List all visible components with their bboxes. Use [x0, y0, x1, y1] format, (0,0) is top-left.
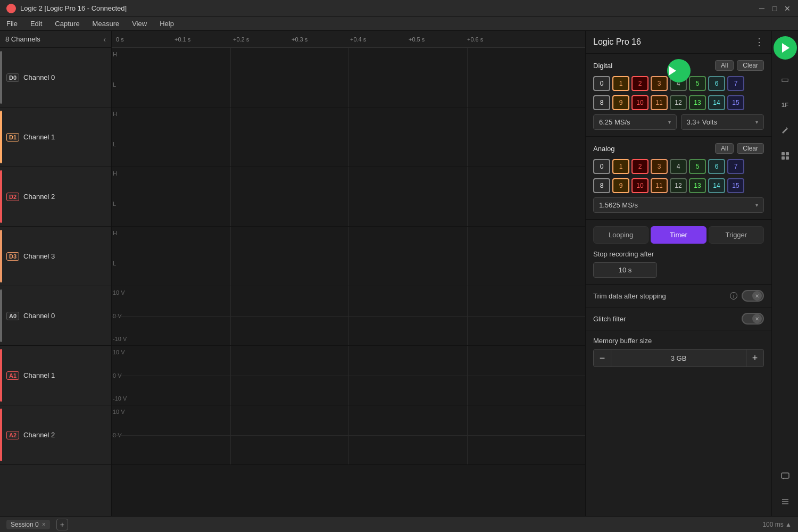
channel-name-d2: Channel 2: [23, 193, 55, 201]
svg-rect-3: [786, 156, 789, 160]
analog-clear-button[interactable]: Clear: [737, 143, 764, 154]
session-tab[interactable]: Session 0 ×: [6, 520, 50, 529]
channel-num-7[interactable]: 7: [727, 159, 744, 174]
channel-num-13[interactable]: 13: [689, 95, 706, 110]
channel-num-1[interactable]: 1: [612, 76, 629, 91]
channel-color-bar: [0, 111, 2, 164]
channel-badge-a2: A2: [6, 431, 19, 439]
digital-voltage-dropdown[interactable]: 3.3+ Volts ▾: [681, 114, 764, 130]
timer-duration-input[interactable]: [593, 262, 657, 278]
channel-num-15[interactable]: 15: [727, 178, 744, 193]
menubar-item-help[interactable]: Help: [157, 19, 176, 29]
wave-h-label-d0: H: [113, 51, 117, 57]
channel-num-11[interactable]: 11: [651, 95, 668, 110]
channel-num-14[interactable]: 14: [708, 95, 725, 110]
record-button-toolbar[interactable]: [774, 36, 797, 60]
channel-num-0[interactable]: 0: [593, 76, 610, 91]
channel-num-2[interactable]: 2: [631, 76, 649, 91]
toggle-x-icon: ✕: [752, 291, 762, 301]
session-label: Session 0: [11, 521, 39, 528]
tab-looping[interactable]: Looping: [593, 226, 649, 244]
tab-timer[interactable]: Timer: [651, 226, 706, 244]
channel-num-8[interactable]: 8: [593, 95, 610, 110]
tab-trigger[interactable]: Trigger: [709, 226, 764, 244]
titlebar-title: Logic 2 [Logic Pro 16 - Connected]: [20, 4, 758, 12]
channel-item-d2[interactable]: D2Channel 2: [0, 167, 111, 227]
channel-num-5[interactable]: 5: [689, 76, 706, 91]
channel-name-d3: Channel 3: [23, 252, 55, 260]
channel-num-15[interactable]: 15: [727, 95, 744, 110]
menubar: FileEditCaptureMeasureViewHelp: [0, 17, 798, 31]
channel-num-0[interactable]: 0: [593, 159, 610, 174]
toolbar-device-icon[interactable]: ▭: [776, 70, 794, 88]
channel-badge-d2: D2: [6, 193, 19, 201]
channel-num-12[interactable]: 12: [670, 178, 687, 193]
channel-num-3[interactable]: 3: [651, 76, 668, 91]
digital-clear-button[interactable]: Clear: [737, 60, 764, 71]
memory-value-display: 3 GB: [611, 349, 746, 367]
analog-channels-row2: 89101112131415: [593, 178, 764, 193]
channel-item-a1[interactable]: A1Channel 1: [0, 346, 111, 405]
waveform-d0: H L: [112, 48, 585, 107]
channel-num-2[interactable]: 2: [631, 159, 649, 174]
memory-decrease-button[interactable]: −: [593, 349, 611, 367]
toolbar-settings-icon[interactable]: [776, 493, 794, 511]
channel-item-a2[interactable]: A2Channel 2: [0, 405, 111, 465]
channel-num-5[interactable]: 5: [689, 159, 706, 174]
channel-num-10[interactable]: 10: [631, 95, 649, 110]
channel-item-a0[interactable]: A0Channel 0: [0, 286, 111, 346]
channel-num-9[interactable]: 9: [612, 178, 629, 193]
waveform-a2: 10 V 0 V: [112, 405, 585, 465]
analog-sample-rate-dropdown[interactable]: 1.5625 MS/s ▾: [593, 197, 764, 213]
digital-sample-rate-dropdown[interactable]: 6.25 MS/s ▾: [593, 114, 677, 130]
analog-all-button[interactable]: All: [715, 143, 734, 154]
add-session-button[interactable]: +: [56, 519, 68, 530]
time-label-0: 0 s: [116, 36, 124, 43]
channel-item-d3[interactable]: D3Channel 3: [0, 227, 111, 286]
channel-num-7[interactable]: 7: [727, 76, 744, 91]
toolbar-annotation-icon[interactable]: [776, 121, 794, 139]
digital-channels-row2: 89101112131415: [593, 95, 764, 110]
channel-num-4[interactable]: 4: [670, 159, 687, 174]
menubar-item-capture[interactable]: Capture: [53, 19, 81, 29]
collapse-button[interactable]: ‹: [103, 35, 106, 44]
channel-num-9[interactable]: 9: [612, 95, 629, 110]
trim-info-icon: i: [730, 292, 737, 300]
trim-data-toggle[interactable]: ✕: [742, 290, 764, 302]
channel-num-10[interactable]: 10: [631, 178, 649, 193]
wave-h-label-d3: H: [113, 230, 117, 236]
toolbar-protocol-icon[interactable]: 1F: [776, 96, 794, 114]
minimize-button[interactable]: ─: [758, 4, 766, 13]
channel-num-8[interactable]: 8: [593, 178, 610, 193]
toolbar-grid-icon[interactable]: [776, 147, 794, 165]
time-label-1: +0.1 s: [174, 36, 190, 43]
channel-item-d1[interactable]: D1Channel 1: [0, 107, 111, 167]
channel-num-6[interactable]: 6: [708, 76, 725, 91]
close-button[interactable]: ✕: [783, 4, 792, 13]
glitch-filter-row: Glitch filter ✕: [586, 307, 771, 330]
digital-dropdown-row: 6.25 MS/s ▾ 3.3+ Volts ▾: [593, 114, 764, 130]
memory-increase-button[interactable]: +: [746, 349, 764, 367]
channel-num-14[interactable]: 14: [708, 178, 725, 193]
app-logo: [6, 4, 16, 13]
menubar-item-file[interactable]: File: [4, 19, 20, 29]
dropdown-arrow-icon3: ▾: [755, 202, 758, 208]
menubar-item-edit[interactable]: Edit: [28, 19, 44, 29]
toolbar-comments-icon[interactable]: [776, 467, 794, 485]
channel-num-1[interactable]: 1: [612, 159, 629, 174]
channel-item-d0[interactable]: D0Channel 0: [0, 48, 111, 107]
record-button[interactable]: [667, 59, 691, 82]
maximize-button[interactable]: □: [770, 4, 779, 13]
menubar-item-view[interactable]: View: [130, 19, 149, 29]
glitch-filter-toggle[interactable]: ✕: [742, 313, 764, 325]
channel-num-3[interactable]: 3: [651, 159, 668, 174]
more-options-button[interactable]: ⋮: [754, 36, 764, 48]
trim-data-label: Trim data after stopping: [593, 292, 728, 300]
channel-num-13[interactable]: 13: [689, 178, 706, 193]
menubar-item-measure[interactable]: Measure: [90, 19, 122, 29]
channel-num-11[interactable]: 11: [651, 178, 668, 193]
channel-num-6[interactable]: 6: [708, 159, 725, 174]
channel-num-12[interactable]: 12: [670, 95, 687, 110]
digital-all-button[interactable]: All: [715, 60, 734, 71]
session-close-button[interactable]: ×: [42, 521, 46, 528]
